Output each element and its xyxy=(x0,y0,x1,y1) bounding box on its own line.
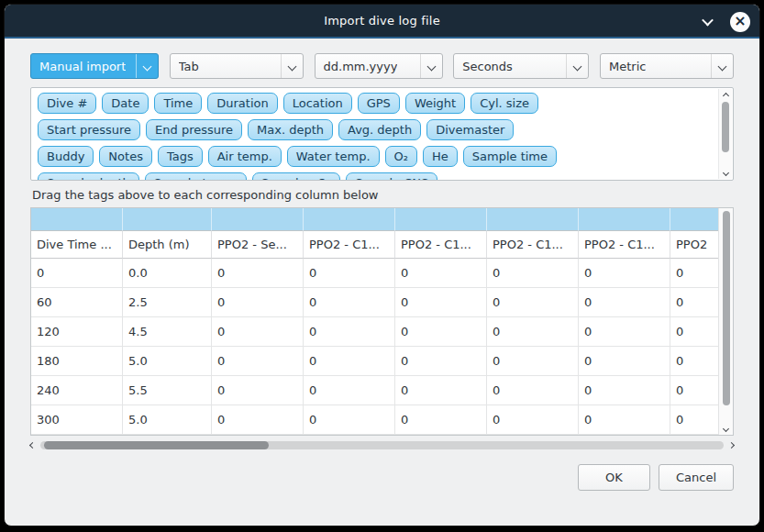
table-scroll-down-icon[interactable] xyxy=(724,422,728,435)
tag-chip[interactable]: Water temp. xyxy=(287,146,380,167)
column-header[interactable]: PPO2 - Se... xyxy=(212,231,304,259)
table-row: 1805.0000000 xyxy=(31,347,718,376)
tag-chip[interactable]: Date xyxy=(102,93,149,114)
chevron-down-icon xyxy=(711,54,733,78)
table-cell: 240 xyxy=(31,376,123,405)
drop-target-cell[interactable] xyxy=(579,208,670,231)
table-cell: 0 xyxy=(304,376,395,405)
table-cell: 0 xyxy=(670,347,718,376)
tag-chip[interactable]: Avg. depth xyxy=(338,119,421,140)
button-row: OK Cancel xyxy=(30,464,734,491)
drop-target-cell[interactable] xyxy=(395,208,487,231)
tag-chip[interactable]: He xyxy=(423,146,458,167)
table-cell: 0 xyxy=(579,288,670,317)
table-row: 3005.0000000 xyxy=(31,405,718,435)
table-cell: 0 xyxy=(395,317,487,347)
tag-chip[interactable]: Location xyxy=(283,93,352,114)
import-dialog: Import dive log file × Manual importTabd… xyxy=(4,4,760,526)
table-cell: 0 xyxy=(212,259,304,288)
horizontal-scrollbar[interactable] xyxy=(30,438,734,452)
column-header[interactable]: PPO2 xyxy=(670,231,718,259)
table-cell: 0 xyxy=(304,317,395,347)
table-cell: 0 xyxy=(670,405,718,435)
table-cell: 0 xyxy=(395,288,487,317)
column-header[interactable]: PPO2 - C1... xyxy=(395,231,487,259)
table-cell: 0 xyxy=(395,405,487,435)
table-cell: 0 xyxy=(304,288,395,317)
tag-chip[interactable]: Notes xyxy=(99,146,152,167)
table-cell: 120 xyxy=(31,317,123,347)
tag-scrollbar[interactable] xyxy=(718,89,732,179)
table-cell: 0 xyxy=(212,288,304,317)
tag-chip[interactable]: Air temp. xyxy=(208,146,282,167)
drop-target-cell[interactable] xyxy=(212,208,304,231)
tag-chip[interactable]: Start pressure xyxy=(38,119,140,140)
column-header[interactable]: Depth (m) xyxy=(123,231,212,259)
table-cell: 4.5 xyxy=(123,317,212,347)
chevron-down-icon xyxy=(136,54,158,78)
tag-area: Dive #DateTimeDurationLocationGPSWeightC… xyxy=(30,87,734,181)
table-cell: 2.5 xyxy=(123,288,212,317)
ok-button[interactable]: OK xyxy=(578,464,650,491)
tag-chip[interactable]: Sample time xyxy=(463,146,557,167)
horizontal-scrollbar-track[interactable] xyxy=(40,441,724,449)
table-row: 00.0000000 xyxy=(31,259,718,288)
tag-chip[interactable]: Sample temp. xyxy=(145,172,247,181)
column-header[interactable]: PPO2 - C1... xyxy=(579,231,670,259)
close-button[interactable]: × xyxy=(730,12,750,32)
combo-duration-format[interactable]: Seconds xyxy=(453,53,589,79)
tag-chip[interactable]: Time xyxy=(154,93,202,114)
tag-chip[interactable]: Cyl. size xyxy=(471,93,538,114)
column-header[interactable]: PPO2 - C1... xyxy=(304,231,395,259)
drop-target-cell[interactable] xyxy=(304,208,395,231)
scroll-right-icon[interactable] xyxy=(728,442,735,449)
shade-button[interactable] xyxy=(697,12,717,32)
drop-target-cell[interactable] xyxy=(487,208,579,231)
tag-chip[interactable]: GPS xyxy=(358,93,400,114)
combo-units[interactable]: Metric xyxy=(600,53,734,79)
table-cell: 0 xyxy=(212,317,304,347)
table-cell: 0 xyxy=(212,347,304,376)
scroll-left-icon[interactable] xyxy=(29,442,36,449)
tag-chip[interactable]: Sample CNS xyxy=(346,172,437,181)
table-scrollbar-thumb[interactable] xyxy=(723,211,730,405)
column-header[interactable]: PPO2 - C1... xyxy=(487,231,579,259)
drop-target-cell[interactable] xyxy=(670,208,718,231)
tag-row: Dive #DateTimeDurationLocationGPSWeightC… xyxy=(35,90,729,116)
table-cell: 0 xyxy=(487,259,579,288)
drop-target-cell[interactable] xyxy=(123,208,212,231)
tag-chip[interactable]: Duration xyxy=(207,93,277,114)
cancel-button[interactable]: Cancel xyxy=(659,464,734,491)
combo-import-mode[interactable]: Manual import xyxy=(30,53,159,79)
titlebar[interactable]: Import dive log file × xyxy=(5,5,759,39)
scroll-up-icon[interactable] xyxy=(724,89,728,102)
tag-chip[interactable]: Dive # xyxy=(38,93,96,114)
combo-field-separator[interactable]: Tab xyxy=(170,53,304,79)
scroll-down-icon[interactable] xyxy=(724,166,728,179)
tag-chip[interactable]: Sample depth xyxy=(38,172,139,181)
table-cell: 0 xyxy=(670,259,718,288)
drop-target-cell[interactable] xyxy=(31,208,123,231)
column-header[interactable]: Dive Time ... xyxy=(31,231,123,259)
tag-chip[interactable]: End pressure xyxy=(146,119,242,140)
tag-chip[interactable]: O₂ xyxy=(385,146,417,167)
tag-scrollbar-thumb[interactable] xyxy=(722,102,729,152)
tag-chip[interactable]: Max. depth xyxy=(248,119,333,140)
table-cell: 5.5 xyxy=(123,376,212,405)
tag-chip[interactable]: Buddy xyxy=(38,146,94,167)
tag-chip[interactable]: Tags xyxy=(158,146,203,167)
table-cell: 0 xyxy=(487,405,579,435)
tag-chip[interactable]: Sample pO₂ xyxy=(252,172,341,181)
horizontal-scrollbar-thumb[interactable] xyxy=(44,441,269,449)
dialog-content: Manual importTabdd.mm.yyyySecondsMetric … xyxy=(5,39,759,491)
combo-date-format[interactable]: dd.mm.yyyy xyxy=(315,53,443,79)
table-cell: 0 xyxy=(579,347,670,376)
table-cell: 0 xyxy=(395,376,487,405)
table-cell: 180 xyxy=(31,347,123,376)
table-cell: 0 xyxy=(579,405,670,435)
table-row: 602.5000000 xyxy=(31,288,718,317)
table-scrollbar[interactable] xyxy=(718,208,733,435)
tag-chip[interactable]: Weight xyxy=(405,93,465,114)
combo-value: dd.mm.yyyy xyxy=(324,60,398,73)
tag-chip[interactable]: Divemaster xyxy=(426,119,514,140)
